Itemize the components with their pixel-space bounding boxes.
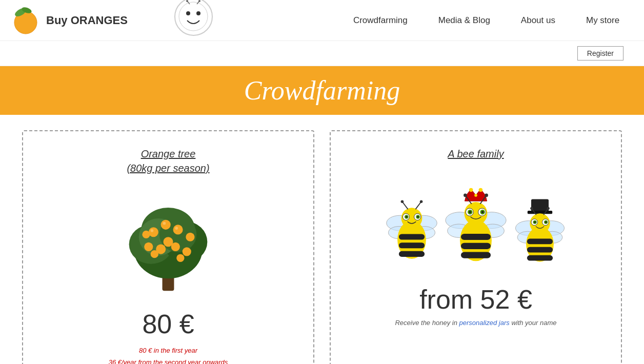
- register-bar: Register: [0, 41, 644, 66]
- svg-rect-82: [527, 239, 553, 245]
- logo-area: Buy ORANGES: [10, 6, 128, 34]
- cards-section: Orange tree(80kg per season): [0, 115, 644, 364]
- nav-crowdfarming[interactable]: Crowdfarming: [353, 15, 408, 26]
- svg-rect-61: [461, 234, 491, 240]
- svg-point-29: [142, 231, 150, 238]
- svg-rect-38: [399, 234, 425, 239]
- svg-point-46: [406, 216, 408, 218]
- svg-point-18: [149, 227, 158, 237]
- bee-family-title: A bee family: [448, 147, 504, 161]
- svg-point-32: [175, 227, 178, 230]
- bee-worker-icon: [384, 197, 440, 264]
- svg-point-54: [479, 188, 483, 192]
- nav-my-store[interactable]: My store: [586, 15, 619, 26]
- nav-links: Crowdfarming Media & Blog About us My st…: [353, 15, 634, 26]
- mascot-icon: [174, 0, 213, 36]
- svg-point-27: [151, 250, 158, 258]
- svg-point-69: [469, 211, 471, 213]
- svg-point-50: [401, 200, 404, 204]
- svg-rect-76: [528, 211, 552, 214]
- bee-family-image: [384, 181, 568, 264]
- svg-point-19: [161, 220, 171, 230]
- svg-point-6: [196, 11, 200, 15]
- logo-icon: [10, 6, 41, 34]
- hero-banner: Crowdfarming: [0, 66, 644, 115]
- svg-point-21: [186, 233, 194, 241]
- svg-point-5: [186, 11, 190, 15]
- svg-point-91: [545, 221, 547, 224]
- svg-line-48: [402, 201, 408, 209]
- svg-point-28: [176, 254, 184, 262]
- orange-tree-price: 80 €: [142, 309, 194, 339]
- svg-point-70: [481, 211, 484, 213]
- svg-rect-84: [527, 255, 553, 261]
- svg-rect-39: [399, 242, 425, 248]
- svg-rect-75: [531, 199, 549, 212]
- svg-point-55: [474, 194, 477, 197]
- header: Buy ORANGES Crowdfarming Media & Blog: [0, 0, 644, 41]
- nav-media-blog[interactable]: Media & Blog: [438, 15, 490, 26]
- svg-point-74: [485, 194, 488, 197]
- bee-tophat-icon: [512, 197, 568, 264]
- svg-point-25: [183, 247, 191, 256]
- svg-point-22: [144, 242, 153, 251]
- svg-point-31: [163, 222, 166, 225]
- svg-point-94: [530, 207, 533, 210]
- svg-point-95: [547, 207, 549, 210]
- nav-about-us[interactable]: About us: [521, 15, 555, 26]
- svg-point-4: [179, 2, 208, 31]
- orange-tree-price-sub: 80 € in the first year 36 €/year from th…: [109, 345, 228, 364]
- svg-rect-40: [399, 251, 425, 257]
- svg-point-51: [420, 200, 423, 204]
- svg-line-49: [415, 201, 421, 209]
- svg-point-53: [469, 188, 473, 192]
- personalized-jars-link[interactable]: personalized jars: [459, 319, 509, 327]
- orange-tree-title: Orange tree(80kg per season): [127, 147, 209, 175]
- svg-point-73: [464, 194, 467, 197]
- bee-queen-icon: [442, 187, 509, 264]
- mascot-area: [174, 0, 215, 36]
- hero-title: Crowdfarming: [0, 75, 644, 106]
- bee-family-desc: Receive the honey in personalized jars w…: [395, 319, 556, 327]
- svg-rect-83: [527, 247, 553, 253]
- orange-tree-image: [117, 186, 219, 293]
- register-button[interactable]: Register: [577, 46, 623, 60]
- svg-point-9: [186, 0, 188, 2]
- bee-family-price: from 52 €: [419, 284, 532, 315]
- orange-tree-card: Orange tree(80kg per season): [22, 130, 314, 364]
- bee-family-card: A bee family: [330, 130, 622, 364]
- svg-point-30: [151, 229, 154, 232]
- svg-point-47: [417, 216, 419, 218]
- svg-point-26: [163, 237, 173, 247]
- svg-point-90: [534, 221, 536, 224]
- svg-point-20: [173, 225, 183, 234]
- svg-rect-62: [461, 243, 491, 249]
- logo-text: Buy ORANGES: [46, 14, 128, 27]
- svg-rect-63: [461, 252, 491, 258]
- svg-point-10: [198, 0, 200, 2]
